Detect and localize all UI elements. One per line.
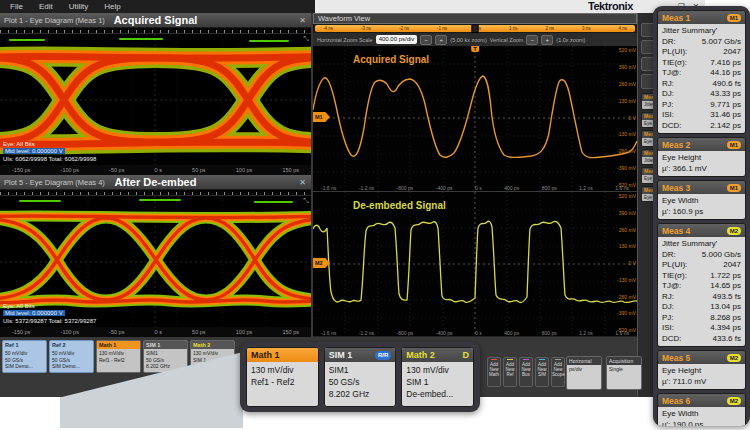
tick-label: 50 ps	[192, 167, 205, 173]
badge-line: SIM Demo...	[5, 363, 44, 370]
meas3-result-badge[interactable]: Meas 3 M1 Eye Width µ': 160.9 ps	[657, 180, 746, 220]
m1-source-pill: M1	[727, 141, 741, 149]
acquired-signal-label: Acquired Signal	[353, 54, 429, 65]
meas4-result-badge[interactable]: Meas 4 M2 Jitter Summary' DR:5.000 Gb/s …	[657, 223, 746, 347]
tick-label: -100 ps	[61, 167, 79, 173]
menu-utility[interactable]: Utility	[69, 2, 89, 11]
add-new-math-button[interactable]: Add New Math	[487, 357, 501, 387]
title-menu-bar: File Edit Utility Help Tektronix — ❐ ✕	[0, 0, 705, 13]
tick-label: 260 mV	[619, 227, 636, 233]
plot5-titlebar: Plot 5 - Eye Diagram (Meas 4) After De-e…	[0, 175, 311, 190]
callout-badge-line: SIM 1	[406, 376, 469, 388]
callout-badge-line: 130 mV/div	[406, 364, 469, 376]
acquisition-settings-badge[interactable]: Acquisition Single	[606, 356, 642, 390]
tick-label: 1.6 ns	[615, 185, 629, 191]
tick-label: 800 ps	[542, 330, 557, 336]
hzoom-minus-button[interactable]: −	[420, 35, 432, 45]
m1-source-pill: M1	[727, 14, 741, 22]
plot5-eye-diagram-panel: Plot 5 - Eye Diagram (Meas 4) After De-e…	[0, 175, 311, 337]
menu-bar: File Edit Utility Help	[0, 0, 315, 13]
ref2-badge[interactable]: Ref 2 50 mV/div 50 GS/s SIM Demo...	[49, 340, 94, 373]
math2-callout-badge[interactable]: Math 2 D 130 mV/div SIM 1 De-embed...	[401, 347, 474, 407]
meas-line: Eye Width	[662, 409, 741, 420]
overview-tick: -1 ns	[437, 26, 447, 31]
meas-title: Meas 2	[662, 140, 690, 150]
plot5-ui-count: UIs: 5372/99287 Total: 5372/99287	[3, 318, 96, 326]
horizontal-settings-badge[interactable]: Horizontal ps/div	[566, 356, 602, 390]
vzoom-plus-button[interactable]: +	[541, 35, 553, 45]
vertical-zoom-label: Vertical Zoom	[490, 37, 524, 43]
horizontal-zoom-label: Horizontal Zoom Scale	[317, 37, 373, 43]
vzoom-minus-button[interactable]: −	[526, 35, 538, 45]
add-new-scope-button[interactable]: Add New Scope	[551, 357, 565, 387]
math1-callout-badge[interactable]: Math 1 130 mV/div Ref1 - Ref2	[246, 347, 319, 407]
acquired-waveform-plot	[313, 46, 637, 191]
tick-label: -1.6 ns	[321, 330, 336, 336]
horizontal-zoom-value[interactable]: 400.00 ps/div	[376, 35, 418, 44]
tick-label: -150 ps	[12, 329, 30, 335]
deembedded-x-axis: -1.6 ns -1.2 ns -800 ps -400 ps 0 s 400 …	[321, 330, 629, 336]
tick-label: 1.2 ns	[579, 185, 593, 191]
tick-label: -260 mV	[617, 148, 636, 154]
plot1-eye-mode: Eye: All Bits	[3, 141, 96, 149]
tick-label: 0 s	[155, 329, 162, 335]
acquired-waveform-area: T Acquired Signal M1 520 mV 390 mV 260 m…	[313, 46, 637, 191]
add-source-buttons: Add New Math Add New Ref Add New Bus Add…	[487, 357, 565, 387]
tick-label: 260 mV	[619, 81, 636, 87]
callout-badge-title: Math 2	[406, 350, 435, 360]
add-new-bus-button[interactable]: Add New Bus	[519, 357, 533, 387]
plot5-stats-overlay: Eye: All Bits Mid level: 0.000000 V UIs:…	[3, 303, 96, 326]
menu-help[interactable]: Help	[104, 2, 120, 11]
tick-label: 150 ps	[282, 329, 299, 335]
m2-source-pill: M2	[727, 354, 741, 362]
menu-file[interactable]: File	[10, 2, 23, 11]
trigger-marker[interactable]: T	[471, 46, 479, 52]
zoom-controls-bar: Horizontal Zoom Scale 400.00 ps/div − + …	[313, 33, 637, 46]
hzoom-plus-button[interactable]: +	[435, 35, 447, 45]
meas-line: Eye Height	[662, 153, 741, 164]
tick-label: 800 ps	[542, 185, 557, 191]
tick-label: -800 ps	[397, 330, 414, 336]
plot1-resize-icon[interactable]: ⤡	[303, 35, 309, 43]
badge-title: Ref 1	[3, 341, 46, 349]
tick-label: 0 V	[628, 260, 636, 266]
acquisition-label: Acquisition	[607, 357, 641, 365]
plot1-mid-level: Mid level: 0.000000 V	[3, 148, 65, 154]
meas6-result-badge[interactable]: Meas 6 M2 Eye Width µ': 190.0 ps	[657, 393, 746, 426]
meas5-result-badge[interactable]: Meas 5 M2 Eye Height µ': 711.0 mV	[657, 350, 746, 390]
vzoom-factor: (1.0x zoom)	[556, 37, 585, 43]
sim1-callout-badge[interactable]: SIM 1 R/R SIM1 50 GS/s 8.202 GHz	[324, 347, 397, 407]
math-badges-callout: Math 1 130 mV/div Ref1 - Ref2 SIM 1 R/R …	[240, 342, 480, 412]
tick-label: 0 s	[475, 185, 482, 191]
meas-title: Meas 6	[662, 396, 690, 406]
tick-label: 400 ps	[504, 330, 519, 336]
tick-label: -400 ps	[436, 185, 453, 191]
acquired-x-axis: -1.6 ns -1.2 ns -800 ps -400 ps 0 s 400 …	[321, 185, 629, 191]
tick-label: -390 mV	[617, 310, 636, 316]
plot1-close-icon[interactable]: ✕	[299, 16, 306, 25]
badge-title: Math 2	[191, 341, 234, 349]
zoom-overview-bar[interactable]: -4 ns -3 ns -2 ns -1 ns 0 s 1 ns 2 ns 3 …	[313, 24, 637, 33]
tick-label: -400 ps	[436, 330, 453, 336]
add-new-ref-button[interactable]: Add New Ref	[503, 357, 517, 387]
zoom-region-marker[interactable]	[472, 24, 479, 33]
math1-badge[interactable]: Math 1 130 mV/div Ref1 - Ref2	[96, 340, 141, 373]
ref1-badge[interactable]: Ref 1 50 mV/div 50 GS/s SIM Demo...	[2, 340, 47, 373]
menu-edit[interactable]: Edit	[39, 2, 53, 11]
tick-label: -130 mV	[617, 277, 636, 283]
plot1-titlebar: Plot 1 - Eye Diagram (Meas 1) Acquired S…	[0, 13, 311, 28]
meas-line: µ': 190.0 ps	[662, 420, 741, 427]
add-new-sim-button[interactable]: Add New SIM	[535, 357, 549, 387]
plot5-close-icon[interactable]: ✕	[299, 178, 306, 187]
meas2-result-badge[interactable]: Meas 2 M1 Eye Height µ': 366.1 mV	[657, 137, 746, 177]
meas-subtitle: Jitter Summary'	[662, 239, 741, 250]
hzoom-factor: (5.00 kx zoom)	[450, 37, 486, 43]
plot5-resize-icon[interactable]: ⤡	[303, 197, 309, 205]
tick-label: 1.6 ns	[615, 330, 629, 336]
tick-label: -100 ps	[61, 329, 79, 335]
tick-label: -1.2 ns	[359, 185, 374, 191]
meas-line: µ': 160.9 ps	[662, 207, 741, 218]
meas-line: Eye Width	[662, 196, 741, 207]
meas1-result-badge[interactable]: Meas 1 M1 Jitter Summary' DR:5.007 Gb/s …	[657, 10, 746, 134]
meas-subtitle: Jitter Summary'	[662, 26, 741, 37]
